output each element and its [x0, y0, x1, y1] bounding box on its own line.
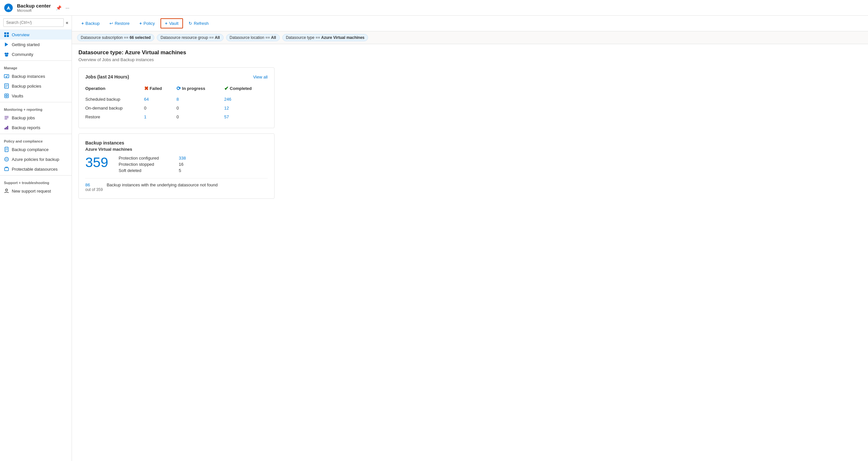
bi-details: Protection configured 338 Protection sto…: [119, 156, 189, 173]
restore-icon: ↩: [110, 21, 113, 26]
filter-subscription[interactable]: Datasource subscription == 66 selected: [77, 34, 154, 41]
sidebar-item-community[interactable]: Community: [0, 50, 71, 59]
bi-footer-number[interactable]: 86: [85, 182, 103, 187]
sidebar-item-backup-policies[interactable]: Backup policies: [0, 81, 71, 91]
sidebar-label-new-support: New support request: [12, 189, 51, 193]
vault-plus-icon: +: [165, 21, 168, 26]
sidebar-label-community: Community: [12, 52, 33, 57]
svg-rect-3: [4, 35, 6, 37]
ondemand-completed-val[interactable]: 12: [224, 105, 229, 111]
pin-icon[interactable]: 📌: [56, 5, 61, 10]
policy-button[interactable]: + Policy: [135, 19, 159, 28]
vault-button[interactable]: + Vault: [160, 18, 183, 28]
svg-rect-21: [6, 127, 7, 129]
sidebar-item-vaults[interactable]: Vaults: [0, 91, 71, 101]
col-operation: Operation: [85, 83, 142, 95]
toolbar: + Backup ↩ Restore + Policy + Vault ↻ Re…: [72, 16, 868, 31]
refresh-icon: ↻: [189, 21, 192, 26]
restore-button[interactable]: ↩ Restore: [105, 19, 134, 28]
sidebar-item-backup-instances[interactable]: Backup instances: [0, 71, 71, 81]
sidebar-label-backup-jobs: Backup jobs: [12, 115, 35, 120]
restore-inprogress-val: 0: [177, 115, 179, 119]
table-row: Scheduled backup 64 8 246: [85, 95, 268, 104]
page-title: Datasource type: Azure Virtual machines: [79, 50, 862, 56]
sidebar-item-new-support[interactable]: New support request: [0, 186, 71, 196]
backup-plus-icon: +: [82, 21, 84, 26]
sidebar-label-vaults: Vaults: [12, 93, 23, 98]
top-bar-icons[interactable]: 📌 ···: [56, 5, 69, 10]
svg-point-29: [5, 189, 7, 191]
sidebar-item-getting-started[interactable]: Getting started: [0, 39, 71, 50]
scheduled-inprogress-val[interactable]: 8: [177, 97, 179, 102]
collapse-icon[interactable]: «: [66, 20, 68, 25]
backup-button[interactable]: + Backup: [77, 19, 104, 28]
table-row: Restore 1 0 57: [85, 113, 268, 121]
op-ondemand: On-demand backup: [85, 104, 142, 113]
view-all-link[interactable]: View all: [253, 74, 268, 80]
manage-section-label: Manage: [0, 62, 71, 71]
sidebar-item-overview[interactable]: Overview: [0, 30, 71, 39]
filter-resource-group[interactable]: Datasource resource group == All: [157, 34, 223, 41]
sidebar-item-backup-jobs[interactable]: Backup jobs: [0, 113, 71, 123]
policy-plus-icon: +: [140, 21, 142, 26]
sidebar-label-backup-compliance: Backup compliance: [12, 147, 49, 152]
sidebar-label-backup-instances: Backup instances: [12, 74, 45, 79]
ondemand-inprogress-val: 0: [177, 105, 179, 111]
more-icon[interactable]: ···: [65, 5, 69, 10]
backup-instances-icon: [4, 73, 9, 79]
restore-failed-val[interactable]: 1: [144, 115, 147, 119]
filter-location[interactable]: Datasource location == All: [226, 34, 280, 41]
protectable-datasources-icon: [4, 166, 9, 172]
bi-value-protection-configured[interactable]: 338: [179, 156, 189, 160]
bi-body: 359 Protection configured 338 Protection…: [85, 156, 268, 173]
page-content: Datasource type: Azure Virtual machines …: [72, 44, 868, 209]
svg-point-7: [6, 53, 8, 55]
azure-logo: [4, 3, 13, 12]
svg-marker-5: [5, 42, 8, 47]
search-input[interactable]: [3, 18, 64, 27]
support-section-label: Support + troubleshooting: [0, 177, 71, 186]
col-inprogress: ⟳ In progress: [174, 83, 222, 95]
inprogress-header-icon: ⟳: [177, 85, 181, 92]
backup-policies-icon: [4, 83, 9, 89]
filter-type[interactable]: Datasource type == Azure Virtual machine…: [282, 34, 368, 41]
bi-subtitle: Azure Virtual machines: [85, 147, 268, 152]
svg-rect-4: [7, 35, 9, 37]
bi-footer-out-of: out of 359: [85, 187, 103, 192]
sidebar-item-protectable-datasources[interactable]: Protectable datasources: [0, 164, 71, 174]
backup-instances-card: Backup instances Azure Virtual machines …: [79, 133, 275, 199]
op-restore: Restore: [85, 113, 142, 121]
restore-completed-val[interactable]: 57: [224, 115, 229, 119]
backup-jobs-icon: [4, 115, 9, 120]
bi-label-protection-configured: Protection configured: [119, 156, 171, 160]
jobs-card: Jobs (last 24 Hours) View all Operation …: [79, 67, 275, 128]
community-icon: [4, 52, 9, 57]
refresh-button[interactable]: ↻ Refresh: [184, 19, 213, 28]
sidebar-item-backup-compliance[interactable]: Backup compliance: [0, 145, 71, 154]
bi-row-soft-deleted: Soft deleted 5: [119, 168, 189, 173]
bi-value-soft-deleted: 5: [179, 168, 189, 173]
svg-point-16: [6, 95, 7, 96]
svg-rect-28: [5, 168, 8, 171]
scheduled-failed-val[interactable]: 64: [144, 97, 149, 102]
main-layout: « Overview Getting started Community Man…: [0, 16, 868, 461]
bi-row-protection-stopped: Protection stopped 16: [119, 162, 189, 167]
content-area: + Backup ↩ Restore + Policy + Vault ↻ Re…: [72, 16, 868, 461]
scheduled-completed-val[interactable]: 246: [224, 97, 231, 102]
sidebar-label-protectable-datasources: Protectable datasources: [12, 167, 58, 172]
col-failed: ✖ Failed: [142, 83, 174, 95]
azure-policies-icon: [4, 157, 9, 162]
jobs-card-title: Jobs (last 24 Hours) View all: [85, 74, 268, 80]
bi-label-soft-deleted: Soft deleted: [119, 168, 171, 173]
bi-row-protection-configured: Protection configured 338: [119, 156, 189, 160]
failed-header-icon: ✖: [144, 85, 148, 92]
bi-total-number[interactable]: 359: [85, 156, 108, 170]
sidebar-label-getting-started: Getting started: [12, 42, 39, 47]
svg-point-8: [5, 55, 8, 57]
bi-value-protection-stopped: 16: [179, 162, 189, 167]
sidebar-item-backup-reports[interactable]: Backup reports: [0, 123, 71, 132]
bi-label-protection-stopped: Protection stopped: [119, 162, 171, 167]
sidebar: « Overview Getting started Community Man…: [0, 16, 72, 461]
sidebar-item-azure-policies[interactable]: Azure policies for backup: [0, 154, 71, 164]
svg-point-6: [5, 53, 6, 55]
